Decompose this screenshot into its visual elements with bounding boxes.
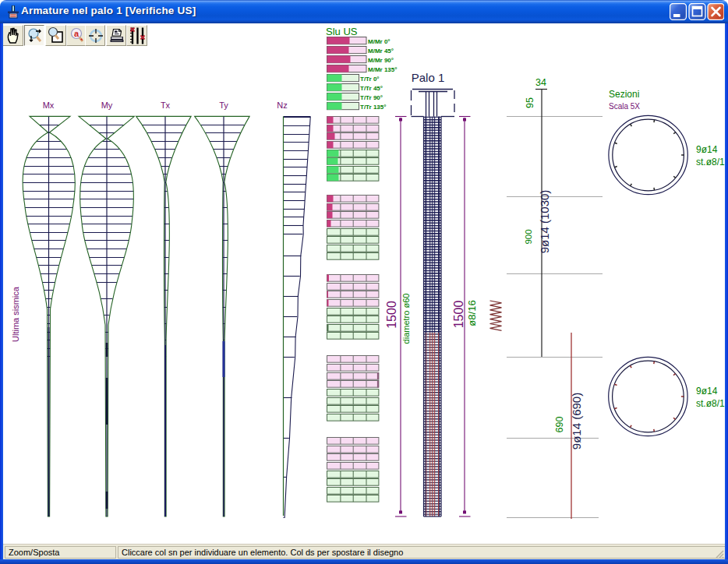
svg-text:95: 95 bbox=[525, 97, 535, 108]
svg-text:st.ø8/1: st.ø8/1 bbox=[696, 157, 725, 167]
svg-text:Mx: Mx bbox=[43, 100, 55, 110]
svg-text:34: 34 bbox=[535, 77, 546, 88]
svg-text:900: 900 bbox=[524, 229, 533, 244]
svg-text:Slu US: Slu US bbox=[326, 26, 358, 37]
svg-text:ø8/16: ø8/16 bbox=[466, 300, 478, 326]
svg-text:Palo 1: Palo 1 bbox=[412, 71, 445, 84]
svg-text:M/Mr 90°: M/Mr 90° bbox=[368, 57, 394, 64]
svg-text:diametro ø60: diametro ø60 bbox=[401, 294, 411, 344]
svg-text:Ultima sismica: Ultima sismica bbox=[11, 286, 20, 342]
svg-text:9ø14: 9ø14 bbox=[696, 144, 718, 155]
svg-text:Tx: Tx bbox=[161, 100, 171, 110]
svg-text:T/Tr 0°: T/Tr 0° bbox=[360, 76, 380, 83]
svg-text:Scala 5X: Scala 5X bbox=[609, 102, 640, 111]
svg-text:690: 690 bbox=[554, 417, 565, 433]
svg-text:My: My bbox=[101, 100, 113, 110]
svg-text:Ty: Ty bbox=[219, 100, 228, 110]
svg-text:a: a bbox=[74, 29, 80, 38]
svg-text:9ø14: 9ø14 bbox=[696, 386, 718, 397]
svg-text:M/Mr 0°: M/Mr 0° bbox=[368, 38, 391, 45]
svg-text:9ø14 (1030): 9ø14 (1030) bbox=[538, 190, 551, 254]
svg-text:1500: 1500 bbox=[452, 301, 465, 329]
svg-text:1500: 1500 bbox=[385, 301, 398, 329]
svg-text:T/Tr 90°: T/Tr 90° bbox=[360, 94, 383, 101]
svg-text:M/Mr 45°: M/Mr 45° bbox=[368, 48, 394, 55]
svg-text:M/Mr 135°: M/Mr 135° bbox=[368, 66, 397, 73]
svg-text:Nz: Nz bbox=[277, 100, 287, 110]
svg-text:T/Tr 135°: T/Tr 135° bbox=[360, 104, 386, 111]
svg-text:st.ø8/1: st.ø8/1 bbox=[696, 398, 725, 409]
svg-text:T/Tr 45°: T/Tr 45° bbox=[360, 85, 383, 92]
svg-text:9ø14 (690): 9ø14 (690) bbox=[570, 393, 583, 449]
svg-text:Sezioni: Sezioni bbox=[609, 89, 639, 100]
